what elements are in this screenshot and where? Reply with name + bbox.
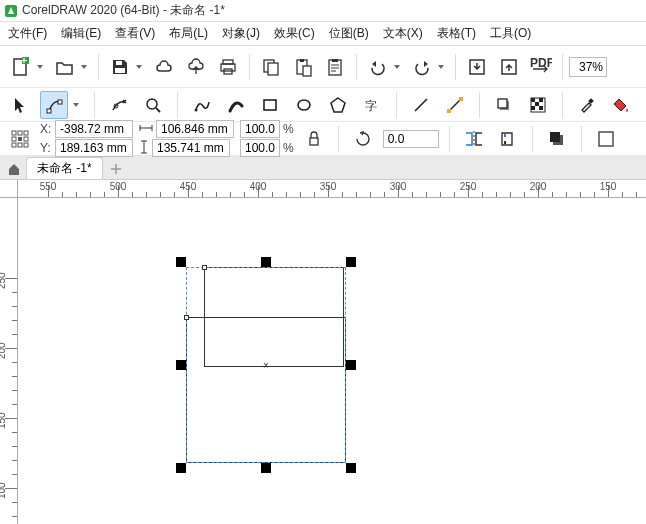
eyedropper-tool[interactable] [573,91,601,119]
separator [249,54,250,80]
zoom-value: 37% [579,60,603,74]
node-handle[interactable] [202,265,207,270]
node-handle[interactable] [184,315,189,320]
undo-button[interactable] [363,52,393,82]
fill-tool[interactable] [607,91,635,119]
svg-rect-37 [12,131,16,135]
paste-button[interactable] [288,52,318,82]
menu-table[interactable]: 表格(T) [437,25,476,42]
selection-handle[interactable] [176,360,186,370]
scale-y-input[interactable]: 100.0 [240,139,280,157]
mirror-v-button[interactable] [494,125,522,153]
window-title: CorelDRAW 2020 (64-Bit) - 未命名 -1* [22,2,225,19]
svg-rect-31 [531,98,535,102]
line-tool[interactable] [407,91,435,119]
selection-handle[interactable] [176,257,186,267]
export-button[interactable] [494,52,524,82]
position-group: X:-398.72 mm Y:189.163 mm [40,120,133,157]
menu-bitmap[interactable]: 位图(B) [329,25,369,42]
separator [177,92,178,118]
svg-rect-50 [550,132,560,142]
selection-handle[interactable] [346,257,356,267]
add-tab-button[interactable] [105,159,127,179]
standard-toolbar: PDF 37% [0,46,646,88]
selection-handle[interactable] [176,463,186,473]
svg-rect-43 [12,143,16,147]
shape-dropdown-icon[interactable] [72,103,80,107]
shadow-tool[interactable] [490,91,518,119]
rectangle-tool[interactable] [256,91,284,119]
y-label: Y: [40,141,52,155]
height-icon [139,140,149,157]
undo-dropdown-icon[interactable] [393,65,401,69]
transparency-tool[interactable] [524,91,552,119]
crop-tool[interactable] [105,91,133,119]
open-dropdown-icon[interactable] [80,65,88,69]
rotation-input[interactable]: 0.0 [383,130,439,148]
redo-button[interactable] [407,52,437,82]
selection-handle[interactable] [261,257,271,267]
pick-tool[interactable] [6,91,34,119]
svg-point-22 [195,108,198,111]
height-input[interactable]: 135.741 mm [152,139,230,157]
wrap-button[interactable] [592,125,620,153]
width-input[interactable]: 106.846 mm [156,120,234,138]
lock-ratio-button[interactable] [300,125,328,153]
artistic-media-tool[interactable] [222,91,250,119]
zoom-tool[interactable] [139,91,167,119]
copy-button[interactable] [256,52,286,82]
selection-handle[interactable] [261,463,271,473]
home-tab[interactable] [4,159,24,179]
separator [94,92,95,118]
cloud-button[interactable] [149,52,179,82]
menu-layout[interactable]: 布局(L) [169,25,208,42]
document-tabs: 未命名 -1* [0,156,646,180]
svg-rect-41 [18,137,22,141]
selection-handle[interactable] [346,463,356,473]
import-button[interactable] [462,52,492,82]
svg-rect-11 [300,59,304,62]
ruler-horizontal[interactable]: 550500450400350300250200150 [18,180,646,198]
to-front-button[interactable] [543,125,571,153]
canvas[interactable]: × [18,198,646,524]
menu-effects[interactable]: 效果(C) [274,25,315,42]
menu-object[interactable]: 对象(J) [222,25,260,42]
svg-rect-3 [116,61,122,65]
redo-dropdown-icon[interactable] [437,65,445,69]
scale-x-input[interactable]: 100.0 [240,120,280,138]
polygon-tool[interactable] [324,91,352,119]
document-tab[interactable]: 未命名 -1* [26,157,103,179]
size-group: 106.846 mm 135.741 mm [139,120,234,157]
open-button[interactable] [50,52,80,82]
menu-view[interactable]: 查看(V) [115,25,155,42]
selection-handle[interactable] [346,360,356,370]
menu-tools[interactable]: 工具(O) [490,25,531,42]
clipboard-button[interactable] [320,52,350,82]
shape-tool[interactable] [40,91,68,119]
new-dropdown-icon[interactable] [36,65,44,69]
menu-text[interactable]: 文本(X) [383,25,423,42]
object-origin-icon[interactable] [6,125,34,153]
dimension-tool[interactable] [441,91,469,119]
toolbox: 字 [0,88,646,122]
zoom-input[interactable]: 37% [569,57,607,77]
menu-file[interactable]: 文件(F) [8,25,47,42]
ruler-vertical[interactable]: 250200150100 [0,198,18,524]
svg-rect-51 [599,132,613,146]
print-button[interactable] [213,52,243,82]
menu-edit[interactable]: 编辑(E) [61,25,101,42]
mirror-h-button[interactable] [460,125,488,153]
svg-rect-23 [264,100,276,110]
save-button[interactable] [105,52,135,82]
svg-rect-32 [539,98,543,102]
x-input[interactable]: -398.72 mm [55,120,133,138]
text-tool[interactable]: 字 [358,91,386,119]
new-button[interactable] [6,52,36,82]
ellipse-tool[interactable] [290,91,318,119]
freehand-tool[interactable] [188,91,216,119]
pdf-export-button[interactable]: PDF [526,52,556,82]
save-dropdown-icon[interactable] [135,65,143,69]
y-input[interactable]: 189.163 mm [55,139,133,157]
svg-rect-26 [447,109,451,113]
cloud-up-button[interactable] [181,52,211,82]
